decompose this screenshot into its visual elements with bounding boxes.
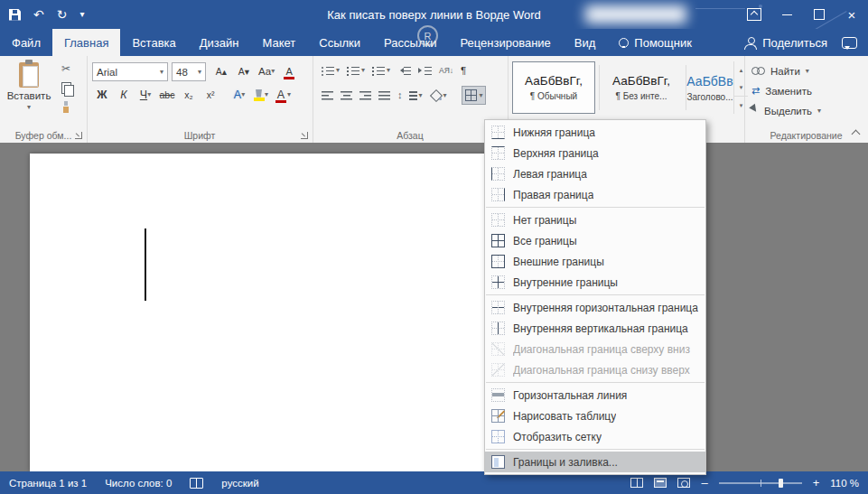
borders-button[interactable]: ▾ bbox=[462, 86, 486, 105]
font-name-select[interactable]: Arial ▾ bbox=[92, 62, 168, 81]
menu-item-draw-table[interactable]: Нарисовать таблицу bbox=[485, 405, 705, 426]
highlight-button[interactable]: ▾ bbox=[251, 86, 271, 104]
menu-item-outside-borders[interactable]: Внешние границы bbox=[485, 251, 705, 272]
menu-item-left-border[interactable]: Левая граница bbox=[485, 163, 705, 184]
zoom-in-button[interactable]: + bbox=[813, 477, 820, 489]
collapse-ribbon-button[interactable] bbox=[848, 127, 863, 138]
menu-item-inside-horizontal-border[interactable]: Внутренняя горизонтальная граница bbox=[485, 297, 705, 318]
read-mode-icon[interactable] bbox=[630, 478, 643, 488]
tab-file[interactable]: Файл bbox=[0, 29, 52, 56]
clipboard-dialog-launcher-icon[interactable] bbox=[74, 131, 83, 140]
format-painter-button[interactable] bbox=[58, 100, 74, 113]
bullets-button[interactable]: ▾ bbox=[320, 64, 341, 78]
justify-button[interactable] bbox=[377, 89, 392, 102]
copy-button[interactable] bbox=[58, 81, 74, 94]
menu-separator bbox=[486, 449, 705, 450]
share-button[interactable]: Поделиться bbox=[744, 36, 827, 50]
clear-formatting-button[interactable]: А bbox=[279, 62, 299, 80]
superscript-button[interactable]: x² bbox=[201, 86, 220, 104]
menu-item-inside-vertical-border[interactable]: Внутренняя вертикальная граница bbox=[485, 318, 705, 339]
zoom-out-button[interactable]: – bbox=[701, 477, 707, 489]
tab-design[interactable]: Дизайн bbox=[188, 29, 251, 56]
find-button[interactable]: Найти ▾ bbox=[751, 63, 821, 79]
diagonal-up-border-icon bbox=[491, 363, 505, 377]
menu-separator bbox=[486, 207, 705, 208]
select-button[interactable]: Выделить ▾ bbox=[751, 103, 821, 118]
tab-home[interactable]: Главная bbox=[52, 29, 120, 56]
bold-button[interactable]: Ж bbox=[92, 86, 112, 104]
zoom-slider[interactable] bbox=[719, 482, 802, 484]
ribbon-display-options-button[interactable] bbox=[738, 0, 770, 29]
menu-item-diagonal-up-border: Диагональная граница снизу вверх bbox=[485, 359, 705, 380]
language-indicator[interactable]: русский bbox=[221, 478, 258, 489]
view-gridlines-icon bbox=[491, 430, 505, 443]
align-center-button[interactable] bbox=[339, 89, 354, 102]
replace-icon: ⇄ bbox=[751, 86, 760, 96]
tab-view[interactable]: Вид bbox=[563, 29, 608, 56]
menu-item-all-borders[interactable]: Все границы bbox=[485, 230, 705, 251]
italic-button[interactable]: К bbox=[114, 86, 134, 104]
chevron-down-icon: ▾ bbox=[265, 91, 268, 98]
font-dialog-launcher-icon[interactable] bbox=[300, 131, 309, 140]
style-no-spacing[interactable]: АаБбВвГг, ¶ Без инте... bbox=[600, 61, 683, 114]
font-size-select[interactable]: 48 ▾ bbox=[172, 62, 206, 81]
show-paragraph-marks-button[interactable]: ¶ bbox=[459, 63, 468, 78]
paragraph-group: ▾ ▾ ▾ АЯ↓ ¶ ↕▾ ▾ ▾ Абзац bbox=[313, 56, 509, 143]
shrink-font-button[interactable]: А▾ bbox=[234, 62, 254, 80]
menu-item-diagonal-down-border: Диагональная граница сверху вниз bbox=[485, 339, 705, 359]
change-case-button[interactable]: Аа▾ bbox=[257, 62, 276, 80]
menu-item-top-border[interactable]: Верхняя граница bbox=[485, 143, 705, 163]
increase-indent-button[interactable] bbox=[416, 64, 434, 78]
multilevel-list-button[interactable]: ▾ bbox=[370, 64, 392, 78]
zoom-slider-thumb[interactable] bbox=[779, 479, 783, 488]
menu-item-horizontal-line[interactable]: Горизонтальная линия bbox=[485, 385, 705, 405]
document-area bbox=[0, 143, 868, 471]
menu-item-right-border[interactable]: Правая граница bbox=[485, 184, 705, 205]
text-effects-button[interactable]: А▾ bbox=[229, 86, 249, 104]
menu-item-bottom-border[interactable]: Нижняя граница bbox=[485, 122, 705, 143]
sort-button[interactable]: АЯ↓ bbox=[437, 65, 455, 77]
line-spacing-button[interactable]: ↕▾ bbox=[396, 89, 425, 102]
underline-button[interactable]: Ч▾ bbox=[135, 86, 155, 104]
font-color-button[interactable]: А▾ bbox=[273, 86, 293, 104]
web-layout-icon[interactable] bbox=[677, 478, 690, 488]
decrease-indent-button[interactable] bbox=[396, 64, 413, 78]
tab-review[interactable]: Рецензирование bbox=[448, 29, 562, 56]
tab-layout[interactable]: Макет bbox=[250, 29, 307, 56]
cut-button[interactable]: ✂ bbox=[58, 62, 74, 75]
shading-button[interactable]: ▾ bbox=[428, 88, 449, 103]
page-indicator[interactable]: Страница 1 из 1 bbox=[9, 478, 87, 489]
tab-references[interactable]: Ссылки bbox=[307, 29, 372, 56]
strikethrough-button[interactable]: abc bbox=[157, 86, 177, 104]
style-normal[interactable]: АаБбВвГг, ¶ Обычный bbox=[512, 61, 595, 114]
font-group: Arial ▾ 48 ▾ А▴ А▾ Аа▾ А Ж К Ч▾ abc x₂ x… bbox=[87, 56, 313, 143]
drawn-vertical-line[interactable] bbox=[145, 228, 146, 301]
maximize-icon bbox=[814, 9, 825, 20]
proofing-icon[interactable] bbox=[190, 478, 203, 489]
align-right-button[interactable] bbox=[358, 89, 373, 102]
print-layout-icon[interactable] bbox=[654, 478, 667, 488]
word-count[interactable]: Число слов: 0 bbox=[105, 478, 172, 489]
menu-item-borders-and-shading[interactable]: Границы и заливка... bbox=[485, 452, 705, 472]
menu-item-inside-borders[interactable]: Внутренние границы bbox=[485, 272, 705, 293]
font-color-icon: А bbox=[275, 87, 287, 103]
zoom-level[interactable]: 110 % bbox=[830, 478, 859, 489]
grow-font-button[interactable]: А▴ bbox=[211, 62, 231, 80]
maximize-button[interactable] bbox=[803, 0, 835, 29]
multilevel-list-icon bbox=[372, 66, 385, 76]
tab-insert[interactable]: Вставка bbox=[120, 29, 187, 56]
tab-assistant[interactable]: Помощник bbox=[607, 29, 704, 56]
menu-item-view-gridlines[interactable]: Отобразить сетку bbox=[485, 426, 705, 447]
decrease-indent-icon bbox=[397, 66, 411, 76]
close-button[interactable]: × bbox=[835, 0, 868, 29]
comments-icon[interactable] bbox=[842, 37, 857, 49]
style-heading[interactable]: АаБбВв Заголово... bbox=[686, 61, 733, 114]
numbering-button[interactable]: ▾ bbox=[345, 64, 367, 78]
align-left-button[interactable] bbox=[320, 89, 335, 102]
paste-button[interactable]: Вставить ▾ bbox=[5, 61, 52, 122]
draw-table-icon bbox=[491, 409, 505, 423]
menu-item-no-border[interactable]: Нет границы bbox=[485, 210, 705, 230]
minimize-button[interactable] bbox=[770, 0, 803, 29]
replace-button[interactable]: ⇄ Заменить bbox=[751, 83, 821, 98]
subscript-button[interactable]: x₂ bbox=[179, 86, 199, 104]
